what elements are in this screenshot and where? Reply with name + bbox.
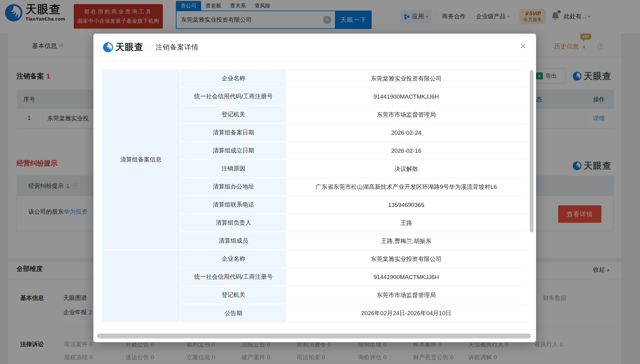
field-label: 清算组联系电话	[180, 196, 286, 214]
field-label: 企业名称	[180, 250, 286, 268]
tianyancha-swirl-icon	[103, 42, 113, 52]
field-label: 统一社会信用代码/工商注册号	[180, 268, 286, 286]
field-value: 2026年02月24日-2026年04月10日	[286, 304, 526, 322]
group-cell: 清算组备案信息	[102, 70, 180, 250]
horizontal-scrollbar-thumb[interactable]	[97, 334, 531, 338]
field-value: 东莞市市场监督管理局	[286, 286, 526, 304]
field-value: 王路	[286, 214, 526, 232]
field-label: 统一社会信用代码/工商注册号	[180, 88, 286, 106]
field-value: 广东省东莞市松山湖高新技术产业开发区环湖路9号华为溪流背坡村L6	[286, 178, 526, 196]
field-value: 东莞棠雅实业投资有限公司	[286, 250, 526, 268]
field-label: 注销原因	[180, 160, 286, 178]
cancellation-detail-modal: 天眼查 注销备案详情 × 清算组备案信息企业名称东莞棠雅实业投资有限公司统一社会…	[93, 34, 536, 342]
field-value: 13594690365	[286, 196, 526, 214]
field-value: 东莞市市场监督管理局	[286, 106, 526, 124]
field-value: 91441900MACTMKJJ6H	[286, 88, 526, 106]
close-icon[interactable]: ×	[520, 40, 526, 51]
field-label: 公告期	[180, 304, 286, 322]
field-label: 登记机关	[180, 286, 286, 304]
modal-title: 注销备案详情	[156, 43, 199, 52]
modal-footer	[93, 329, 536, 342]
field-value: 91441900MACTMKJJ6H	[286, 268, 526, 286]
field-label: 清算组成立日期	[180, 142, 286, 160]
field-value: 2026-02-16	[286, 142, 526, 160]
modal-header: 天眼查 注销备案详情 ×	[93, 34, 536, 61]
field-value: 王路,曹梅兰,胡振东	[286, 232, 526, 250]
group-cell	[102, 250, 180, 322]
tianyancha-page: 天眼查 TianYanCha.com 都在用的商业查询工具 国家中小企业发展子基…	[0, 0, 640, 364]
modal-brand-name: 天眼查	[115, 41, 144, 54]
field-value: 2026-02-24	[286, 124, 526, 142]
field-label: 清算组成员	[180, 232, 286, 250]
field-label: 清算组备案日期	[180, 124, 286, 142]
field-value: 东莞棠雅实业投资有限公司	[286, 70, 526, 88]
divider	[149, 43, 149, 51]
field-label: 登记机关	[180, 106, 286, 124]
field-label: 企业名称	[180, 70, 286, 88]
field-label: 清算组办公地址	[180, 178, 286, 196]
modal-brand-logo: 天眼查	[103, 41, 144, 54]
cancellation-table: 清算组备案信息企业名称东莞棠雅实业投资有限公司统一社会信用代码/工商注册号914…	[102, 69, 526, 322]
field-value: 决议解散	[286, 160, 526, 178]
vertical-scrollbar-thumb[interactable]	[530, 70, 534, 232]
field-label: 清算组负责人	[180, 214, 286, 232]
